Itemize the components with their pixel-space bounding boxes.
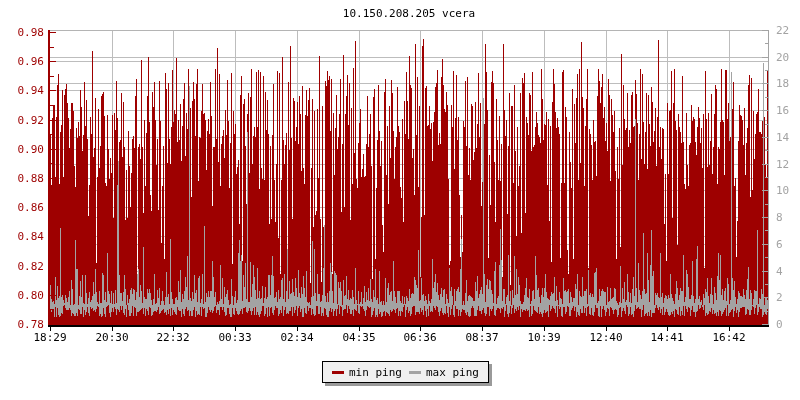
x-axis-label: 00:33 [210, 332, 260, 344]
x-axis-label: 16:42 [704, 332, 754, 344]
left-axis-label: 0.86 [2, 202, 44, 214]
left-axis-label: 0.96 [2, 56, 44, 68]
x-axis-label: 18:29 [25, 332, 75, 344]
left-axis-label: 0.88 [2, 173, 44, 185]
legend-label-max-ping: max ping [426, 366, 479, 379]
x-axis-label: 04:35 [334, 332, 384, 344]
right-axis-label: 10 [776, 185, 789, 197]
right-axis-label: 14 [776, 132, 789, 144]
max-ping-swatch-icon [409, 371, 421, 374]
min-ping-swatch-icon [332, 371, 344, 374]
x-axis-label: 10:39 [519, 332, 569, 344]
x-axis-label: 14:41 [642, 332, 692, 344]
right-axis-label: 16 [776, 105, 789, 117]
legend-item-max-ping: max ping [409, 366, 479, 379]
x-axis-label: 02:34 [272, 332, 322, 344]
right-axis-label: 0 [776, 319, 783, 331]
x-axis-label: 08:37 [457, 332, 507, 344]
right-axis-label: 2 [776, 292, 783, 304]
x-axis-label: 22:32 [148, 332, 198, 344]
right-axis-label: 20 [776, 52, 789, 64]
legend-label-min-ping: min ping [349, 366, 402, 379]
x-axis-label: 06:36 [395, 332, 445, 344]
left-axis-label: 0.80 [2, 290, 44, 302]
left-axis-label: 0.90 [2, 144, 44, 156]
legend-box: min ping max ping [322, 361, 489, 383]
x-axis-label: 12:40 [581, 332, 631, 344]
x-axis-label: 20:30 [87, 332, 137, 344]
left-axis-label: 0.92 [2, 115, 44, 127]
right-axis-label: 4 [776, 266, 783, 278]
left-axis-label: 0.78 [2, 319, 44, 331]
right-axis-label: 6 [776, 239, 783, 251]
ping-graph-window: 10.150.208.205 vcera 0.980.960.940.920.9… [0, 0, 800, 400]
left-axis-label: 0.82 [2, 261, 44, 273]
left-axis-label: 0.84 [2, 231, 44, 243]
right-axis-label: 18 [776, 78, 789, 90]
right-axis-label: 22 [776, 25, 789, 37]
left-axis-label: 0.94 [2, 85, 44, 97]
legend-item-min-ping: min ping [332, 366, 402, 379]
chart-title: 10.150.208.205 vcera [50, 7, 768, 20]
right-axis-label: 8 [776, 212, 783, 224]
left-axis-label: 0.98 [2, 27, 44, 39]
right-axis-label: 12 [776, 159, 789, 171]
